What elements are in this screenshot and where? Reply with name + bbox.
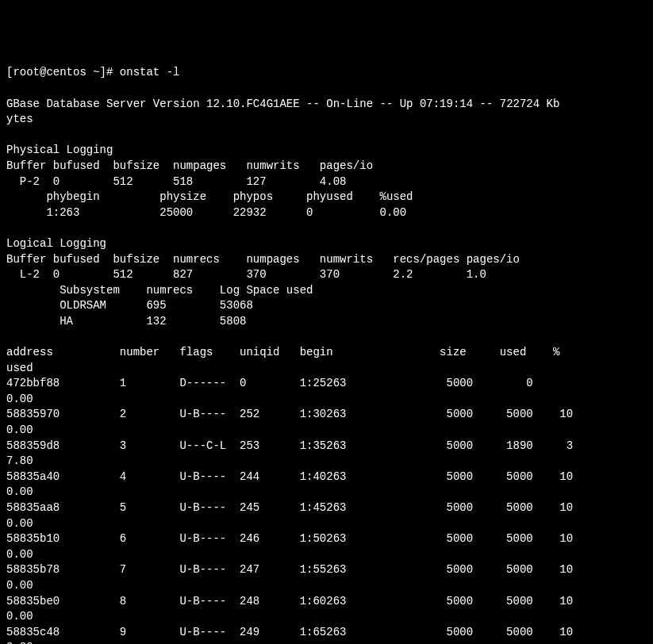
server-header: GBase Database Server Version 12.10.FC4G…: [6, 98, 559, 110]
logical-sub-row2: HA 132 5808: [6, 315, 246, 328]
terminal-output: [root@centos ~]# onstat -l GBase Databas…: [6, 65, 647, 644]
physical-logging-title: Physical Logging: [6, 144, 113, 156]
log-table-header-wrap: used: [6, 362, 33, 374]
physical-header-1: Buffer bufused bufsize numpages numwrits…: [6, 159, 373, 172]
log-table-body: 472bbf88 1 D------ 0 1:25263 5000 0 0.00…: [6, 377, 573, 644]
logical-data: L-2 0 512 827 370 370 2.2 1.0: [6, 268, 486, 281]
logical-sub-header: Subsystem numrecs Log Space used: [6, 284, 313, 297]
physical-data-2: 1:263 25000 22932 0 0.00: [6, 206, 406, 219]
log-table-header: address number flags uniqid begin size u…: [6, 346, 559, 358]
physical-header-2: phybegin physize phypos phyused %used: [6, 190, 413, 203]
logical-sub-row1: OLDRSAM 695 53068: [6, 299, 253, 312]
shell-prompt: [root@centos ~]#: [6, 66, 120, 79]
logical-header: Buffer bufused bufsize numrecs numpages …: [6, 253, 520, 266]
server-header-wrap: ytes: [6, 113, 33, 125]
logical-logging-title: Logical Logging: [6, 237, 106, 250]
command-text[interactable]: onstat -l: [120, 66, 180, 79]
physical-data-1: P-2 0 512 518 127 4.08: [6, 175, 346, 188]
